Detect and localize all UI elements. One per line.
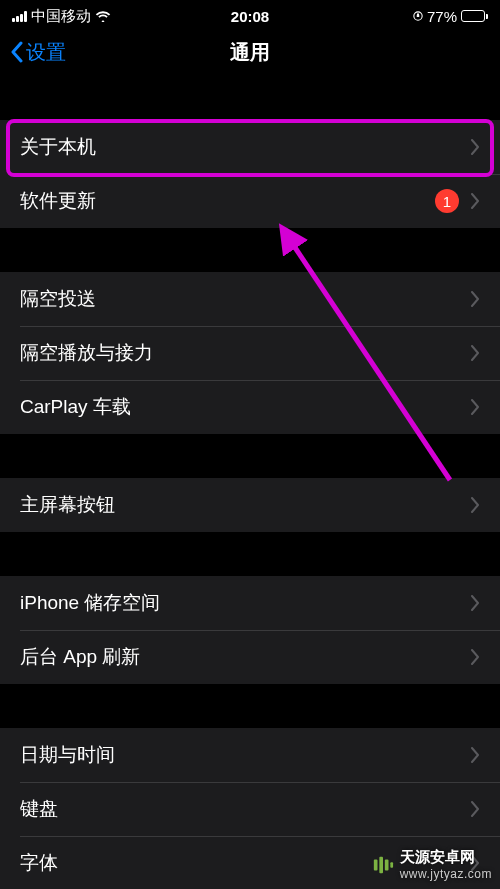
notification-badge: 1 bbox=[435, 189, 459, 213]
chevron-right-icon bbox=[471, 801, 480, 817]
list-item[interactable]: CarPlay 车载 bbox=[0, 380, 500, 434]
chevron-right-icon bbox=[471, 193, 480, 209]
list-item[interactable]: 键盘 bbox=[0, 782, 500, 836]
list-item-label: 隔空播放与接力 bbox=[20, 340, 153, 366]
orientation-lock-icon bbox=[413, 10, 423, 22]
section-gap bbox=[0, 228, 500, 272]
list-item[interactable]: 后台 App 刷新 bbox=[0, 630, 500, 684]
watermark-brand: 天源安卓网 bbox=[400, 848, 492, 867]
chevron-right-icon bbox=[471, 139, 480, 155]
list-item-label: 键盘 bbox=[20, 796, 58, 822]
page-title: 通用 bbox=[230, 39, 270, 66]
signal-icon bbox=[12, 11, 27, 22]
chevron-right-icon bbox=[471, 399, 480, 415]
chevron-right-icon bbox=[471, 649, 480, 665]
section-gap bbox=[0, 434, 500, 478]
nav-bar: 设置 通用 bbox=[0, 28, 500, 76]
wifi-icon bbox=[95, 10, 111, 22]
list-group: 隔空投送 隔空播放与接力 CarPlay 车载 bbox=[0, 272, 500, 434]
list-item-label: 隔空投送 bbox=[20, 286, 96, 312]
chevron-right-icon bbox=[471, 345, 480, 361]
battery-pct-label: 77% bbox=[427, 8, 457, 25]
list-item-label: 软件更新 bbox=[20, 188, 96, 214]
svg-rect-3 bbox=[379, 856, 383, 873]
list-group: iPhone 储存空间 后台 App 刷新 bbox=[0, 576, 500, 684]
list-item-label: CarPlay 车载 bbox=[20, 394, 131, 420]
carrier-label: 中国移动 bbox=[31, 7, 91, 26]
back-button[interactable]: 设置 bbox=[10, 39, 66, 66]
list-item-label: 关于本机 bbox=[20, 134, 96, 160]
battery-icon bbox=[461, 10, 488, 22]
list-group: 关于本机 软件更新 1 bbox=[0, 120, 500, 228]
svg-rect-5 bbox=[390, 862, 393, 868]
watermark-logo-icon bbox=[372, 854, 394, 876]
content-scroll[interactable]: 关于本机 软件更新 1 隔空投送 隔空播放与接力 bbox=[0, 76, 500, 889]
section-gap bbox=[0, 76, 500, 120]
section-gap bbox=[0, 532, 500, 576]
list-item-label: 日期与时间 bbox=[20, 742, 115, 768]
chevron-left-icon bbox=[10, 41, 24, 63]
back-label: 设置 bbox=[26, 39, 66, 66]
svg-rect-4 bbox=[384, 859, 388, 870]
svg-rect-2 bbox=[373, 859, 377, 870]
section-gap bbox=[0, 684, 500, 728]
list-item[interactable]: 关于本机 bbox=[0, 120, 500, 174]
chevron-right-icon bbox=[471, 497, 480, 513]
list-item[interactable]: iPhone 储存空间 bbox=[0, 576, 500, 630]
time-label: 20:08 bbox=[231, 8, 269, 25]
chevron-right-icon bbox=[471, 291, 480, 307]
list-item-label: iPhone 储存空间 bbox=[20, 590, 160, 616]
watermark-url: www.jytyaz.com bbox=[400, 867, 492, 881]
watermark: 天源安卓网 www.jytyaz.com bbox=[372, 848, 492, 881]
list-item-label: 字体 bbox=[20, 850, 58, 876]
list-item-label: 主屏幕按钮 bbox=[20, 492, 115, 518]
list-item-label: 后台 App 刷新 bbox=[20, 644, 140, 670]
list-item[interactable]: 隔空投送 bbox=[0, 272, 500, 326]
list-item[interactable]: 隔空播放与接力 bbox=[0, 326, 500, 380]
status-bar: 中国移动 20:08 77% bbox=[0, 0, 500, 28]
chevron-right-icon bbox=[471, 595, 480, 611]
list-item[interactable]: 主屏幕按钮 bbox=[0, 478, 500, 532]
status-right: 77% bbox=[413, 8, 488, 25]
status-left: 中国移动 bbox=[12, 7, 111, 26]
list-item[interactable]: 软件更新 1 bbox=[0, 174, 500, 228]
chevron-right-icon bbox=[471, 747, 480, 763]
list-item[interactable]: 日期与时间 bbox=[0, 728, 500, 782]
list-group: 主屏幕按钮 bbox=[0, 478, 500, 532]
